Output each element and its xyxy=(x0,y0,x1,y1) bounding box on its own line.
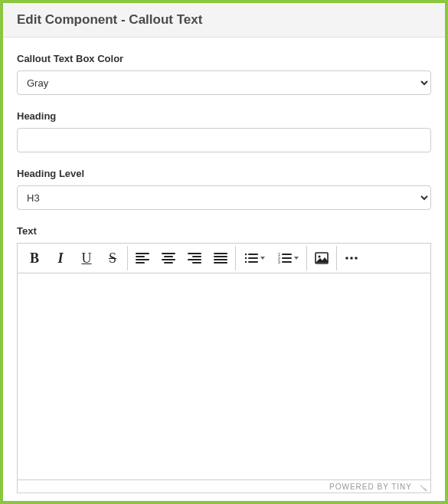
heading-level-field-group: Heading Level H3 xyxy=(17,168,431,210)
heading-label: Heading xyxy=(17,110,431,122)
bullet-list-icon xyxy=(244,253,258,263)
resize-handle[interactable] xyxy=(417,482,426,491)
edit-component-panel: Edit Component - Callout Text Callout Te… xyxy=(0,0,448,504)
number-list-button[interactable]: 123 xyxy=(271,246,305,270)
svg-point-30 xyxy=(345,257,348,260)
svg-point-31 xyxy=(350,257,353,260)
bold-button[interactable]: B xyxy=(21,246,47,270)
text-field-group: Text B I U S xyxy=(17,225,431,493)
color-select[interactable]: Gray xyxy=(17,70,431,95)
chevron-down-icon xyxy=(294,257,299,260)
svg-point-29 xyxy=(318,255,320,257)
panel-body: Callout Text Box Color Gray Heading Head… xyxy=(3,38,445,501)
chevron-down-icon xyxy=(260,257,265,260)
text-label: Text xyxy=(17,225,431,237)
panel-title: Edit Component - Callout Text xyxy=(17,12,431,28)
align-right-icon xyxy=(188,253,201,263)
color-field-group: Callout Text Box Color Gray xyxy=(17,53,431,95)
heading-level-select[interactable]: H3 xyxy=(17,185,431,210)
align-right-button[interactable] xyxy=(181,246,208,270)
svg-point-32 xyxy=(355,257,358,260)
more-icon xyxy=(345,256,358,260)
more-button[interactable] xyxy=(338,246,365,270)
panel-header: Edit Component - Callout Text xyxy=(3,3,445,38)
editor-toolbar: B I U S xyxy=(18,244,430,273)
toolbar-group-textstyle: B I U S xyxy=(20,246,128,270)
image-icon xyxy=(315,252,329,264)
align-left-button[interactable] xyxy=(129,246,155,270)
italic-icon: I xyxy=(57,250,63,267)
editor-footer: POWERED BY TINY xyxy=(18,479,430,493)
bullet-list-button[interactable] xyxy=(237,246,271,270)
align-justify-icon xyxy=(214,253,227,263)
heading-level-label: Heading Level xyxy=(17,168,431,179)
toolbar-group-more xyxy=(337,246,366,270)
color-label: Callout Text Box Color xyxy=(17,53,431,64)
align-center-icon xyxy=(162,253,175,263)
align-center-button[interactable] xyxy=(155,246,181,270)
italic-button[interactable]: I xyxy=(47,246,74,270)
rich-text-editor: B I U S xyxy=(17,243,431,493)
underline-button[interactable]: U xyxy=(74,246,100,270)
strikethrough-button[interactable]: S xyxy=(100,246,126,270)
svg-point-16 xyxy=(244,254,246,255)
toolbar-group-media xyxy=(307,246,337,270)
number-list-icon: 123 xyxy=(278,253,292,263)
heading-input[interactable] xyxy=(17,128,431,152)
insert-image-button[interactable] xyxy=(309,246,335,270)
underline-icon: U xyxy=(82,250,92,267)
powered-by-label: POWERED BY TINY xyxy=(329,483,412,491)
align-justify-button[interactable] xyxy=(208,246,234,270)
toolbar-group-align xyxy=(128,246,236,270)
svg-point-18 xyxy=(244,257,246,259)
heading-field-group: Heading xyxy=(17,110,431,152)
bold-icon: B xyxy=(30,250,39,267)
svg-point-20 xyxy=(244,261,246,263)
editor-content-area[interactable] xyxy=(18,273,430,479)
align-left-icon xyxy=(136,253,149,263)
toolbar-group-lists: 123 xyxy=(236,246,307,270)
svg-text:3: 3 xyxy=(278,260,280,263)
strikethrough-icon: S xyxy=(109,250,116,267)
